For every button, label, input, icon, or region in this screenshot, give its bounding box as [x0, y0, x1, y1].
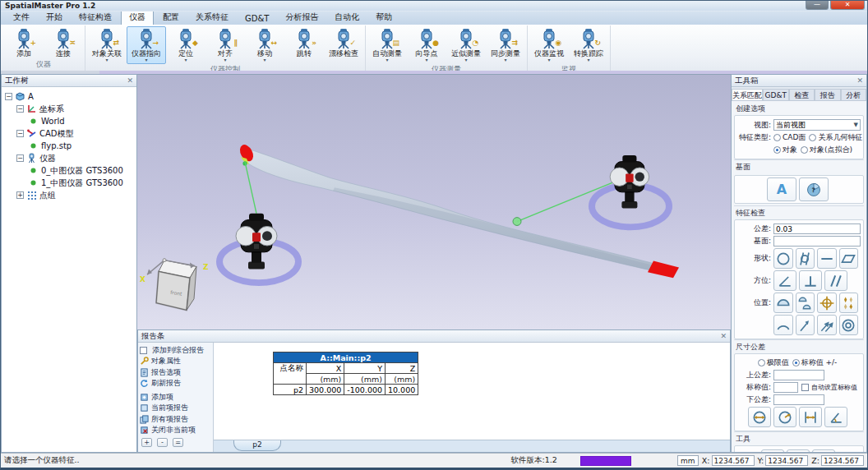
radio-cad-face[interactable]: [773, 134, 781, 141]
chevron-down-icon[interactable]: ▾: [184, 58, 187, 63]
menu-gdt[interactable]: GD&T: [238, 13, 276, 25]
lower-tol-input[interactable]: [773, 394, 824, 405]
close-icon[interactable]: ✕: [127, 76, 133, 85]
instrument-point-button[interactable]: → 仪器指向 ▾: [127, 26, 166, 64]
current-item-report-command[interactable]: 当前项报告: [140, 403, 211, 413]
close-icon[interactable]: ✕: [720, 332, 727, 340]
chevron-down-icon[interactable]: ▾: [547, 58, 550, 63]
tab-check[interactable]: 检查: [789, 89, 815, 100]
sync-measure-button[interactable]: ⇉ 同步测量 ▾: [486, 26, 525, 64]
close-noncurrent-command[interactable]: 关闭非当前项: [140, 425, 211, 435]
add-to-summary-report-checkbox[interactable]: 添加到综合报告: [140, 345, 211, 356]
upper-tol-input[interactable]: [773, 370, 824, 380]
menu-instrument[interactable]: 仪器: [121, 10, 154, 25]
collapse-icon[interactable]: −: [5, 93, 12, 100]
total-station-left[interactable]: [236, 214, 277, 270]
close-button[interactable]: ✕: [830, 1, 865, 10]
distance-button[interactable]: [799, 407, 822, 427]
transform-track-button[interactable]: ↻ 转换跟踪 ▾: [569, 26, 608, 64]
proximity-measure-button[interactable]: ◔ 近似测量 ▾: [446, 26, 486, 64]
straightness-button[interactable]: [817, 248, 837, 269]
collapse-icon[interactable]: −: [16, 154, 24, 162]
angularity-button[interactable]: [773, 270, 796, 291]
add-item-command[interactable]: 添加项: [140, 392, 211, 403]
guide-point-button[interactable]: ● 向导点 ▾: [407, 26, 446, 64]
total-station-right[interactable]: [610, 155, 649, 208]
tree-node-cadmodel[interactable]: − CAD模型: [5, 127, 136, 140]
report-options-command[interactable]: 报告选项: [140, 367, 211, 378]
chevron-down-icon[interactable]: ▾: [464, 58, 467, 63]
menu-start[interactable]: 开始: [39, 11, 70, 25]
checkbox[interactable]: [140, 347, 147, 354]
all-items-report-command[interactable]: 所有项报告: [140, 413, 211, 424]
radio-limit-value[interactable]: [758, 359, 765, 366]
menu-file[interactable]: 文件: [6, 11, 37, 25]
perpendicularity-button[interactable]: [799, 270, 822, 291]
move-button[interactable]: ↔ 移动 ▾: [245, 26, 284, 64]
nominal-input[interactable]: [773, 382, 798, 393]
minimize-button[interactable]: —: [806, 1, 829, 10]
circular-runout-button[interactable]: [796, 315, 815, 335]
expand-all-button[interactable]: +: [141, 438, 152, 447]
tree-node-instrument-1[interactable]: 1_中图仪器 GTS3600: [5, 177, 136, 189]
chevron-down-icon[interactable]: ▾: [504, 58, 506, 63]
profile-surface-button[interactable]: [773, 293, 793, 313]
tree-node-instrument-0[interactable]: 0_中图仪器 GTS3600: [5, 164, 136, 177]
chevron-down-icon[interactable]: ▾: [263, 58, 265, 63]
collapse-icon[interactable]: −: [16, 130, 24, 137]
radio-nominal-value[interactable]: [792, 359, 800, 366]
object-link-button[interactable]: ⇄ 对象关联 ▾: [87, 26, 127, 64]
chevron-down-icon[interactable]: ▾: [224, 58, 226, 63]
flatness-button[interactable]: [839, 248, 859, 269]
symmetry-button[interactable]: [839, 293, 859, 313]
view-select[interactable]: 当前视图 ▼: [773, 119, 861, 131]
close-icon[interactable]: ✕: [856, 76, 863, 85]
navigation-cube[interactable]: front Z X: [140, 259, 209, 311]
expand-icon[interactable]: +: [16, 191, 24, 199]
collapse-all-button[interactable]: -: [157, 438, 168, 447]
report-tab-p2[interactable]: p2: [233, 440, 281, 451]
locate-button[interactable]: ◆ 定位 ▾: [166, 26, 205, 64]
chevron-down-icon[interactable]: ▾: [425, 58, 427, 63]
drift-check-button[interactable]: ✓ 漂移检查: [324, 26, 363, 58]
profile-line-button[interactable]: [796, 293, 815, 313]
menu-help[interactable]: 帮助: [368, 11, 399, 25]
menu-config[interactable]: 配置: [155, 11, 187, 25]
datum-input[interactable]: [773, 236, 861, 247]
angle-button[interactable]: [824, 407, 847, 427]
3d-viewport[interactable]: front Z X: [137, 74, 731, 329]
menu-analysis-report[interactable]: 分析报告: [278, 11, 326, 25]
trash-button[interactable]: [787, 449, 810, 452]
auto-nominal-checkbox[interactable]: [801, 384, 809, 391]
tree-node-instruments[interactable]: − 仪器: [5, 152, 136, 164]
cylindricity-button[interactable]: [796, 248, 815, 269]
tree-node-coordsys[interactable]: − 坐标系: [5, 103, 136, 115]
tab-gdt[interactable]: GD&T: [763, 89, 789, 100]
chevron-down-icon[interactable]: ▾: [386, 58, 388, 63]
arc-button[interactable]: [773, 315, 793, 335]
instrument-monitor-button[interactable]: ◉ 仪器监视 ▾: [529, 26, 569, 64]
object-properties-command[interactable]: 对象属性: [140, 356, 211, 366]
chevron-down-icon[interactable]: ▾: [587, 58, 589, 63]
tolerance-input[interactable]: [773, 223, 861, 234]
refresh-report-command[interactable]: 刷新报告: [140, 378, 211, 389]
radio-object-fit[interactable]: [801, 146, 808, 154]
total-runout-button[interactable]: [817, 315, 837, 335]
tab-analysis[interactable]: 分析: [841, 89, 867, 100]
parallelism-button[interactable]: [824, 270, 847, 291]
radius-button[interactable]: [773, 407, 796, 427]
chevron-down-icon[interactable]: ▾: [105, 58, 108, 63]
diameter-button[interactable]: [748, 407, 771, 427]
menu-relation-feature[interactable]: 关系特征: [188, 11, 236, 25]
tab-report[interactable]: 报告: [815, 89, 841, 100]
menu-automation[interactable]: 自动化: [327, 11, 367, 25]
concentricity-button[interactable]: [839, 315, 859, 335]
tab-relation-match[interactable]: 关系匹配: [732, 89, 763, 100]
position-button[interactable]: [817, 293, 837, 313]
datum-pie-button[interactable]: ?: [799, 177, 829, 201]
tree-node-pointgroup[interactable]: + 点组: [5, 189, 136, 201]
auto-measure-button[interactable]: ▤ 自动测量 ▾: [367, 26, 407, 64]
edit-button[interactable]: [761, 449, 784, 452]
jump-button[interactable]: » 跳转: [284, 26, 324, 58]
measure-point-p2[interactable]: [513, 218, 521, 226]
